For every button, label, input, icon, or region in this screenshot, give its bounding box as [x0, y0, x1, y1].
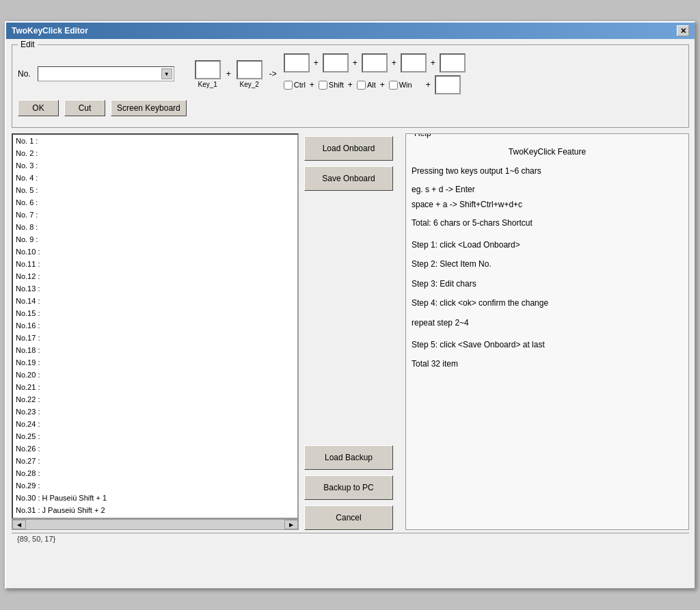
help-step4: Step 4: click <ok> confirm the change: [412, 296, 683, 310]
edit-row-1: No. ▼ Key_1 + Key_2: [18, 53, 683, 94]
ok-button[interactable]: OK: [18, 100, 59, 116]
list-item[interactable]: No.18 :: [13, 344, 297, 356]
list-item[interactable]: No.28 :: [13, 467, 297, 479]
list-item[interactable]: No. 3 :: [13, 159, 297, 172]
out-key6-box[interactable]: [435, 75, 461, 94]
window-title: TwoKeyClick Editor: [12, 26, 88, 36]
alt-checkbox[interactable]: [357, 81, 366, 90]
list-item[interactable]: No.10 :: [13, 246, 297, 258]
middle-panel: Load Onboard Save Onboard Load Backup Ba…: [304, 133, 400, 530]
help-line2: eg. s + d -> Enter: [412, 183, 683, 196]
help-step5: Step 5: click <Save Onboard> at last: [412, 338, 683, 352]
list-panel-wrapper: No. 1 :No. 2 :No. 3 :No. 4 :No. 5 :No. 6…: [12, 133, 299, 530]
list-item[interactable]: No.13 :: [13, 282, 297, 295]
title-bar: TwoKeyClick Editor ✕: [6, 23, 695, 39]
list-item[interactable]: No.25 :: [13, 430, 297, 442]
help-total: Total 32 item: [412, 357, 683, 371]
save-onboard-button[interactable]: Save Onboard: [304, 166, 393, 191]
list-item[interactable]: No.14 :: [13, 295, 297, 307]
win-checkbox[interactable]: [389, 81, 398, 90]
list-item[interactable]: No. 7 :: [13, 209, 297, 221]
shift-label: Shift: [329, 81, 344, 89]
ctrl-checkbox[interactable]: [284, 81, 293, 90]
cancel-button[interactable]: Cancel: [304, 505, 393, 530]
help-step2: Step 2: Slect Item No.: [412, 257, 683, 271]
combo-arrow-icon[interactable]: ▼: [161, 68, 172, 79]
help-repeat: repeat step 2~4: [412, 316, 683, 330]
list-item[interactable]: No.31 : J Pauseiú Shift + 2: [13, 504, 297, 516]
scroll-right-btn[interactable]: ▶: [284, 520, 298, 529]
list-item[interactable]: No. 5 :: [13, 184, 297, 196]
list-item[interactable]: No.11 :: [13, 258, 297, 270]
help-step3: Step 3: Edit chars: [412, 277, 683, 291]
win-checkbox-group: Win: [389, 81, 412, 90]
list-item[interactable]: No.27 :: [13, 455, 297, 467]
list-item[interactable]: No.12 :: [13, 270, 297, 282]
close-button[interactable]: ✕: [677, 25, 689, 36]
list-item[interactable]: No.22 :: [13, 393, 297, 406]
key1-box[interactable]: [195, 60, 221, 79]
key1-group: Key_1: [195, 60, 221, 88]
list-item[interactable]: No.20 :: [13, 369, 297, 381]
key2-label: Key_2: [240, 81, 259, 88]
no-combo[interactable]: ▼: [38, 66, 174, 81]
win-label: Win: [399, 81, 412, 89]
list-item[interactable]: No.23 :: [13, 406, 297, 418]
out-key2-box[interactable]: [323, 53, 349, 72]
list-item[interactable]: No.30 : H Pauseiú Shift + 1: [13, 492, 297, 504]
list-item[interactable]: No. 8 :: [13, 221, 297, 233]
list-item[interactable]: No. 4 :: [13, 172, 297, 184]
key2-box[interactable]: [237, 60, 262, 79]
list-item[interactable]: No. 1 :: [13, 135, 297, 147]
list-item[interactable]: No. 6 :: [13, 196, 297, 209]
plus-icon: +: [226, 69, 231, 79]
out-key3-box[interactable]: [362, 53, 388, 72]
arrow-icon: ->: [269, 69, 277, 79]
screen-keyboard-button[interactable]: Screen Keyboard: [111, 100, 187, 116]
scroll-left-btn[interactable]: ◀: [12, 520, 26, 529]
list-item[interactable]: No.24 :: [13, 418, 297, 430]
help-line3: space + a -> Shift+Ctrl+w+d+c: [412, 198, 683, 211]
list-item[interactable]: No.29 :: [13, 479, 297, 492]
no-label: No.: [18, 69, 31, 79]
status-text: {89, 50, 17}: [17, 535, 55, 543]
key2-group: Key_2: [237, 60, 262, 88]
list-item[interactable]: No.21 :: [13, 381, 297, 393]
shift-checkbox-group: Shift: [319, 81, 344, 90]
alt-label: Alt: [367, 81, 376, 89]
list-item[interactable]: No. 2 :: [13, 147, 297, 159]
ctrl-checkbox-group: Ctrl: [284, 81, 306, 90]
edit-group-label: Edit: [18, 40, 38, 49]
help-group-label: Help: [412, 133, 434, 138]
main-area: No. 1 :No. 2 :No. 3 :No. 4 :No. 5 :No. 6…: [12, 133, 689, 530]
shift-checkbox[interactable]: [319, 81, 327, 90]
list-panel[interactable]: No. 1 :No. 2 :No. 3 :No. 4 :No. 5 :No. 6…: [12, 133, 299, 519]
help-panel: Help TwoKeyClick Feature Pressing two ke…: [405, 133, 689, 530]
list-item[interactable]: No.19 :: [13, 356, 297, 369]
list-item[interactable]: No.16 :: [13, 319, 297, 332]
backup-to-pc-button[interactable]: Backup to PC: [304, 475, 393, 500]
help-step1: Step 1: click <Load Onboard>: [412, 238, 683, 252]
list-item[interactable]: No.26 :: [13, 442, 297, 455]
list-item[interactable]: No.17 :: [13, 332, 297, 344]
help-content: TwoKeyClick Feature Pressing two keys ou…: [412, 145, 683, 371]
help-title: TwoKeyClick Feature: [412, 145, 683, 159]
help-line4: Total: 6 chars or 5-chars Shortcut: [412, 216, 683, 230]
list-item[interactable]: No.15 :: [13, 307, 297, 319]
load-backup-button[interactable]: Load Backup: [304, 445, 393, 470]
key1-label: Key_1: [198, 81, 217, 88]
list-item[interactable]: No. 9 :: [13, 233, 297, 246]
out-key4-box[interactable]: [401, 53, 427, 72]
out-key5-box[interactable]: [440, 53, 466, 72]
alt-checkbox-group: Alt: [357, 81, 376, 90]
ctrl-label: Ctrl: [294, 81, 306, 89]
horizontal-scrollbar[interactable]: ◀ ▶: [12, 519, 299, 530]
out-key1-box[interactable]: [284, 53, 310, 72]
main-window: TwoKeyClick Editor ✕ Edit No. ▼ Key_1: [5, 21, 695, 589]
status-bar: {89, 50, 17}: [12, 533, 689, 544]
edit-group: Edit No. ▼ Key_1 +: [12, 44, 689, 128]
load-onboard-button[interactable]: Load Onboard: [304, 136, 393, 161]
help-line1: Pressing two keys output 1~6 chars: [412, 164, 683, 178]
cut-button[interactable]: Cut: [64, 100, 105, 116]
edit-buttons-row: OK Cut Screen Keyboard: [18, 100, 683, 116]
